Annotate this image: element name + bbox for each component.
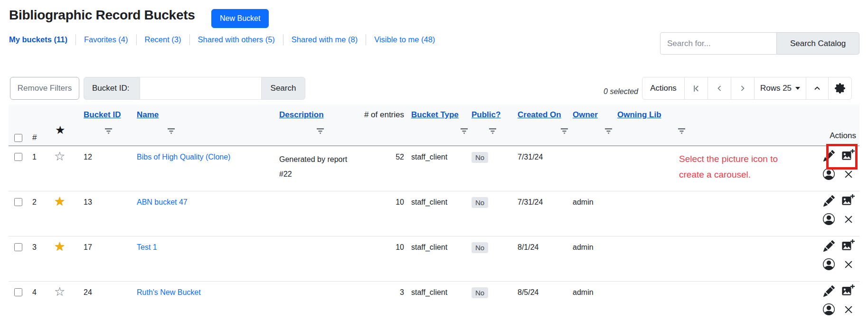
person-circle-icon[interactable] xyxy=(823,258,835,270)
collapse-toolbar-button[interactable] xyxy=(806,77,829,100)
col-header-bucket-type[interactable]: Bucket Type xyxy=(411,110,459,120)
row-select-checkbox[interactable] xyxy=(14,243,22,251)
search-catalog-button[interactable]: Search Catalog xyxy=(776,32,859,55)
created-on-cell: 8/1/24 xyxy=(514,236,569,281)
filter-icon[interactable] xyxy=(316,127,324,134)
col-header-description[interactable]: Description xyxy=(279,110,324,120)
col-header-bucket-id[interactable]: Bucket ID xyxy=(84,110,121,120)
entries-cell: 10 xyxy=(361,191,407,236)
filter-icon[interactable] xyxy=(560,127,568,134)
row-number: 4 xyxy=(28,282,47,321)
col-header-created-on[interactable]: Created On xyxy=(518,110,561,120)
row-select-checkbox[interactable] xyxy=(14,153,22,161)
owner-cell xyxy=(569,146,613,191)
row-number: 1 xyxy=(28,146,47,191)
chevron-left-icon xyxy=(716,85,723,92)
gear-icon xyxy=(835,83,845,94)
filter-icon[interactable] xyxy=(460,127,468,134)
bucket-view-tabs: My buckets (11) Favorites (4) Recent (3)… xyxy=(9,34,443,45)
chevron-up-icon xyxy=(813,85,821,92)
bucket-name-link[interactable]: Ruth's New Bucket xyxy=(137,288,201,296)
prev-page-button[interactable] xyxy=(708,77,731,100)
selected-count: 0 selected xyxy=(589,87,638,96)
bucket-id-search-button[interactable]: Search xyxy=(261,77,305,100)
row-number: 2 xyxy=(28,191,47,236)
favorite-star-toggle[interactable]: ★ xyxy=(47,236,80,281)
chevron-right-icon xyxy=(739,85,746,92)
select-all-checkbox[interactable] xyxy=(14,134,22,142)
page-title: Bibliographic Record Buckets xyxy=(9,8,195,23)
delete-x-icon[interactable] xyxy=(843,304,854,315)
bucket-id-label: Bucket ID: xyxy=(84,77,140,100)
actions-menu-button[interactable]: Actions xyxy=(642,77,685,100)
bucket-name-link[interactable]: Bibs of High Quality (Clone) xyxy=(137,153,230,161)
public-badge: No xyxy=(472,197,488,208)
bucket-name-link[interactable]: Test 1 xyxy=(137,243,157,251)
bucket-id-cell: 24 xyxy=(80,282,133,321)
image-plus-carousel-icon[interactable] xyxy=(841,284,855,298)
bucket-type-cell: staff_client xyxy=(407,282,468,321)
row-select-checkbox[interactable] xyxy=(14,288,22,296)
col-header-owning-lib[interactable]: Owning Lib xyxy=(617,110,661,120)
edit-pencil-icon[interactable] xyxy=(823,195,835,207)
filter-icon[interactable] xyxy=(167,127,175,134)
bucket-type-cell: staff_client xyxy=(407,191,468,236)
tab-recent[interactable]: Recent (3) xyxy=(136,34,189,45)
image-plus-carousel-icon[interactable] xyxy=(841,194,855,208)
buckets-grid: # ★ Bucket ID Name Description # of entr… xyxy=(9,104,859,321)
col-header-public[interactable]: Public? xyxy=(472,110,500,120)
row-select-checkbox[interactable] xyxy=(14,198,22,206)
person-circle-icon[interactable] xyxy=(823,168,835,180)
col-header-actions: Actions xyxy=(830,131,856,141)
bucket-id-cell: 12 xyxy=(80,146,133,191)
col-header-entries: # of entries xyxy=(364,110,404,120)
delete-x-icon[interactable] xyxy=(843,259,854,270)
col-header-owner[interactable]: Owner xyxy=(573,110,598,120)
filter-icon[interactable] xyxy=(104,127,113,134)
description-cell xyxy=(275,236,361,281)
col-header-name[interactable]: Name xyxy=(137,110,159,120)
tab-favorites[interactable]: Favorites (4) xyxy=(75,34,136,45)
favorite-star-toggle[interactable]: ☆ xyxy=(47,282,80,321)
filter-icon[interactable] xyxy=(604,127,613,134)
table-row: 4 ☆ 24 Ruth's New Bucket 3 staff_client … xyxy=(9,282,859,321)
catalog-search-input[interactable] xyxy=(660,32,776,55)
caret-down-icon xyxy=(795,87,800,90)
public-badge: No xyxy=(472,242,488,253)
actions-cell xyxy=(674,236,859,281)
tab-shared-with-me[interactable]: Shared with me (8) xyxy=(283,34,366,45)
description-cell xyxy=(275,191,361,236)
favorite-star-toggle[interactable]: ★ xyxy=(47,191,80,236)
bucket-id-input[interactable] xyxy=(140,77,261,100)
edit-pencil-icon[interactable] xyxy=(823,285,835,297)
delete-x-icon[interactable] xyxy=(843,214,854,225)
tab-shared-with-others[interactable]: Shared with others (5) xyxy=(189,34,283,45)
owner-cell: admin xyxy=(569,236,613,281)
tab-my-buckets[interactable]: My buckets (11) xyxy=(9,34,75,45)
created-on-cell: 7/31/24 xyxy=(514,191,569,236)
favorite-column-star-icon: ★ xyxy=(47,104,80,145)
public-badge: No xyxy=(472,287,488,298)
delete-x-icon[interactable] xyxy=(843,169,854,179)
new-bucket-button[interactable]: New Bucket xyxy=(211,9,269,28)
grid-settings-button[interactable] xyxy=(828,77,852,100)
bucket-name-link[interactable]: ABN bucket 47 xyxy=(137,198,188,206)
owning-lib-cell xyxy=(613,191,674,236)
remove-filters-button[interactable]: Remove Filters xyxy=(10,77,79,100)
tab-visible-to-me[interactable]: Visible to me (48) xyxy=(366,34,443,45)
edit-pencil-icon[interactable] xyxy=(823,240,835,252)
rows-per-page-select[interactable]: Rows 25 xyxy=(754,77,806,100)
next-page-button[interactable] xyxy=(731,77,755,100)
filter-icon[interactable] xyxy=(489,127,497,134)
person-circle-icon[interactable] xyxy=(823,303,835,315)
table-row: 3 ★ 17 Test 1 10 staff_client No 8/1/24 … xyxy=(9,236,859,282)
bucket-id-cell: 17 xyxy=(80,236,133,281)
created-on-cell: 8/5/24 xyxy=(514,282,569,321)
person-circle-icon[interactable] xyxy=(823,213,835,225)
image-plus-carousel-icon[interactable] xyxy=(841,239,855,253)
table-row: 2 ★ 13 ABN bucket 47 10 staff_client No … xyxy=(9,191,859,236)
entries-cell: 3 xyxy=(361,282,407,321)
favorite-star-toggle[interactable]: ☆ xyxy=(47,146,80,191)
grid-header-row: # ★ Bucket ID Name Description # of entr… xyxy=(9,104,859,146)
first-page-button[interactable] xyxy=(684,77,708,100)
